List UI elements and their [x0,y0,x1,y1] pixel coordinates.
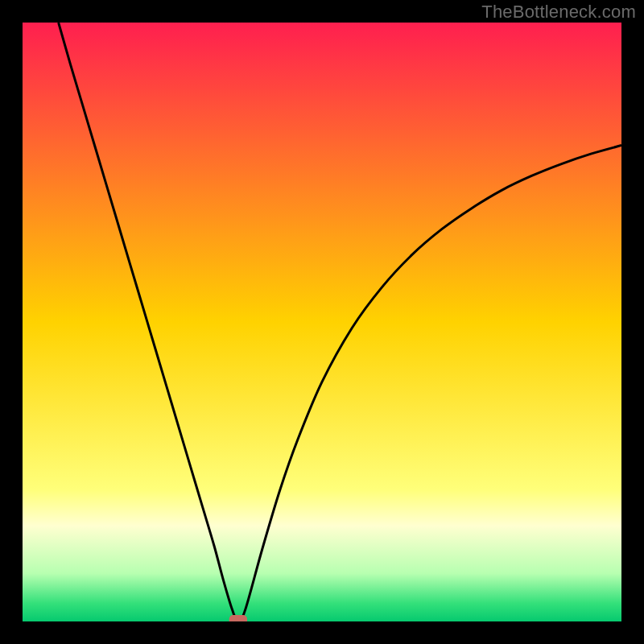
chart-background [23,23,621,621]
bottleneck-marker [229,615,247,621]
chart-svg [23,23,621,621]
watermark-text: TheBottleneck.com [481,2,636,23]
plot-area [23,23,621,621]
chart-frame: TheBottleneck.com [0,0,644,644]
